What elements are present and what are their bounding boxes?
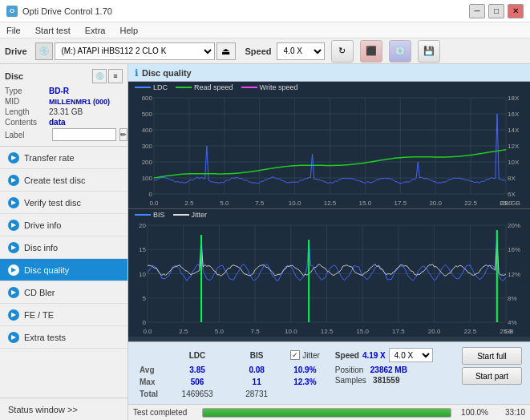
cd-bler-icon: ▶ xyxy=(8,287,19,298)
disc-contents-value: data xyxy=(49,118,66,127)
disc-info-icon: ▶ xyxy=(8,242,19,253)
total-label: Total xyxy=(135,389,167,399)
max-bis: 11 xyxy=(228,377,285,387)
max-jitter: 12.3% xyxy=(287,377,330,387)
jitter-checkbox-row: ✓ Jitter xyxy=(290,350,327,360)
drive-icon: 💿 xyxy=(35,42,53,60)
speed-select[interactable]: 4.0 X 2.0 X 6.0 X 8.0 X xyxy=(277,42,325,60)
speed-info-row: Speed 4.19 X 4.0 X xyxy=(335,348,454,362)
sidebar-item-verify-test-disc[interactable]: ▶ Verify test disc xyxy=(0,192,127,214)
maximize-button[interactable]: □ xyxy=(488,4,504,18)
ldc-chart-legend: LDC Read speed Write speed xyxy=(135,83,297,91)
disc-type-value: BD-R xyxy=(49,87,69,95)
bis-chart-canvas xyxy=(128,209,530,337)
position-label: Position xyxy=(335,365,364,374)
disc-button[interactable]: 💿 xyxy=(389,40,411,63)
menu-extra[interactable]: Extra xyxy=(82,22,109,38)
sidebar-item-disc-info[interactable]: ▶ Disc info xyxy=(0,236,127,259)
sidebar-item-cd-bler[interactable]: ▶ CD Bler xyxy=(0,281,127,304)
read-legend-label: Read speed xyxy=(194,83,233,91)
sidebar-item-transfer-rate[interactable]: ▶ Transfer rate xyxy=(0,147,127,169)
eject-button[interactable]: ⏏ xyxy=(216,42,236,60)
drivebar: Drive 💿 (M:) ATAPI iHBS112 2 CLO K ⏏ Spe… xyxy=(0,38,530,64)
ldc-legend-dot xyxy=(135,87,151,88)
total-bis: 28731 xyxy=(228,389,285,399)
sidebar-item-disc-quality[interactable]: ▶ Disc quality xyxy=(0,259,127,281)
disc-type-label: Type xyxy=(5,87,49,95)
write-legend-item: Write speed xyxy=(241,83,298,91)
sidebar-item-drive-info[interactable]: ▶ Drive info xyxy=(0,214,127,236)
disc-mid-label: MID xyxy=(5,97,49,106)
bis-chart-legend: BIS Jitter xyxy=(135,211,207,219)
fe-te-icon: ▶ xyxy=(8,309,19,321)
titlebar-left: O Opti Drive Control 1.70 xyxy=(6,6,112,17)
sidebar-item-fe-te-label: FE / TE xyxy=(24,310,54,320)
disc-icon-btn2[interactable]: ≡ xyxy=(108,69,123,83)
label-edit-button[interactable]: ✏ xyxy=(119,128,127,141)
bis-legend-item: BIS xyxy=(135,211,165,219)
window-controls: ─ □ ✕ xyxy=(469,4,524,18)
bis-legend-label: BIS xyxy=(153,211,165,219)
sidebar-item-fe-te[interactable]: ▶ FE / TE xyxy=(0,304,127,326)
disc-length-label: Length xyxy=(5,107,49,116)
total-ldc: 1469653 xyxy=(168,389,226,399)
menu-start-test[interactable]: Start test xyxy=(32,22,74,38)
avg-label: Avg xyxy=(135,365,167,375)
speed-label: Speed xyxy=(245,46,272,56)
read-legend-item: Read speed xyxy=(176,83,233,91)
avg-jitter: 10.9% xyxy=(287,365,330,375)
disc-header-icon: 💿 ≡ xyxy=(92,69,123,83)
jitter-legend-dot xyxy=(173,214,189,216)
disc-title: Disc xyxy=(5,71,23,81)
disc-label-row: Label ✏ xyxy=(5,128,123,141)
disc-length-value: 23.31 GB xyxy=(49,107,83,116)
status-window-label: Status window >> xyxy=(8,405,78,414)
sidebar-item-disc-info-label: Disc info xyxy=(24,243,58,252)
status-window-button[interactable]: Status window >> xyxy=(0,398,127,420)
menu-file[interactable]: File xyxy=(3,22,24,38)
minimize-button[interactable]: ─ xyxy=(469,4,485,18)
disc-panel: Disc 💿 ≡ Type BD-R MID MILLENMR1 (000) L… xyxy=(0,64,127,147)
avg-row: Avg 3.85 0.08 10.9% Position 23862 MB xyxy=(135,365,457,375)
sidebar-item-create-test-disc[interactable]: ▶ Create test disc xyxy=(0,169,127,192)
sidebar-item-verify-label: Verify test disc xyxy=(24,198,81,208)
menu-help[interactable]: Help xyxy=(116,22,141,38)
disc-type-row: Type BD-R xyxy=(5,87,123,95)
save-button[interactable]: 💾 xyxy=(418,40,440,63)
write-legend-dot xyxy=(241,87,257,88)
stats-area: LDC BIS ✓ Jitter Speed xyxy=(128,341,530,404)
drive-select[interactable]: (M:) ATAPI iHBS112 2 CLO K xyxy=(55,42,215,60)
titlebar: O Opti Drive Control 1.70 ─ □ ✕ xyxy=(0,0,530,22)
progress-time: 33:10 xyxy=(493,408,525,417)
bis-jitter-chart: BIS Jitter xyxy=(128,209,530,337)
start-full-button[interactable]: Start full xyxy=(462,347,522,365)
sidebar-item-extra-tests[interactable]: ▶ Extra tests xyxy=(0,326,127,349)
sidebar-item-disc-quality-label: Disc quality xyxy=(24,265,69,275)
speed-dropdown[interactable]: 4.0 X xyxy=(389,348,433,362)
start-part-button[interactable]: Start part xyxy=(462,367,522,385)
close-button[interactable]: ✕ xyxy=(508,4,524,18)
disc-header: Disc 💿 ≡ xyxy=(5,69,123,83)
content-area: ℹ Disc quality LDC Read speed xyxy=(128,64,530,420)
settings-button[interactable]: ⬛ xyxy=(360,40,382,63)
main-content: Disc 💿 ≡ Type BD-R MID MILLENMR1 (000) L… xyxy=(0,64,530,420)
disc-contents-row: Contents data xyxy=(5,118,123,127)
jitter-checkbox[interactable]: ✓ xyxy=(290,350,300,360)
speed-static-label: Speed xyxy=(335,351,359,360)
samples-value: 381559 xyxy=(373,376,399,385)
label-input[interactable] xyxy=(52,128,116,141)
disc-icon-btn1[interactable]: 💿 xyxy=(92,69,107,83)
disc-mid-row: MID MILLENMR1 (000) xyxy=(5,97,123,106)
speed-value: 4.19 X xyxy=(362,351,386,360)
create-test-disc-icon: ▶ xyxy=(8,175,19,186)
jitter-legend-label: Jitter xyxy=(192,211,208,219)
position-row: Position 23862 MB xyxy=(335,365,454,374)
max-ldc: 506 xyxy=(168,377,226,387)
stats-table-container: LDC BIS ✓ Jitter Speed xyxy=(133,345,525,401)
quality-title: Disc quality xyxy=(142,68,192,78)
jitter-legend-item: Jitter xyxy=(173,211,208,219)
disc-length-row: Length 23.31 GB xyxy=(5,107,123,116)
refresh-button[interactable]: ↻ xyxy=(331,40,354,63)
stats-table: LDC BIS ✓ Jitter Speed xyxy=(133,345,459,401)
disc-mid-value: MILLENMR1 (000) xyxy=(49,98,110,106)
